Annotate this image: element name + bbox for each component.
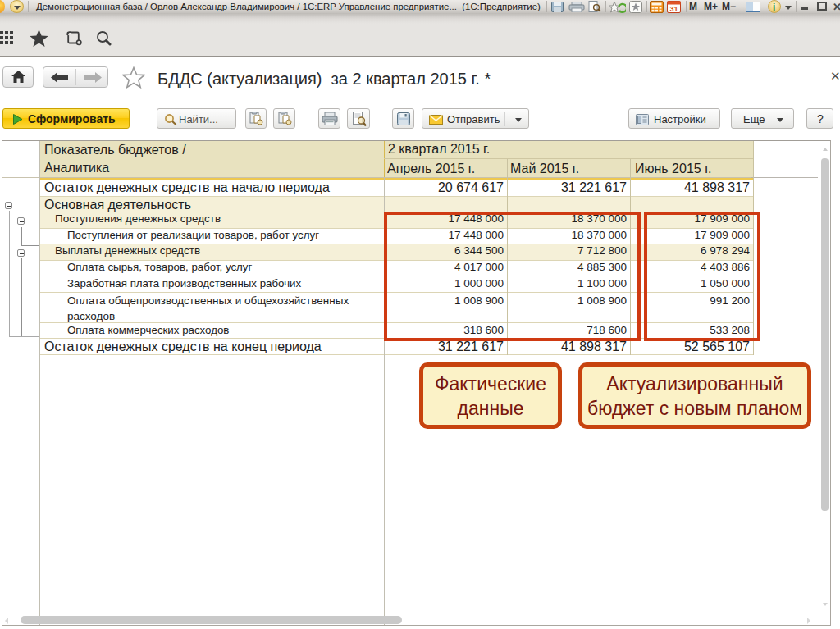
- svg-text:31: 31: [669, 5, 678, 13]
